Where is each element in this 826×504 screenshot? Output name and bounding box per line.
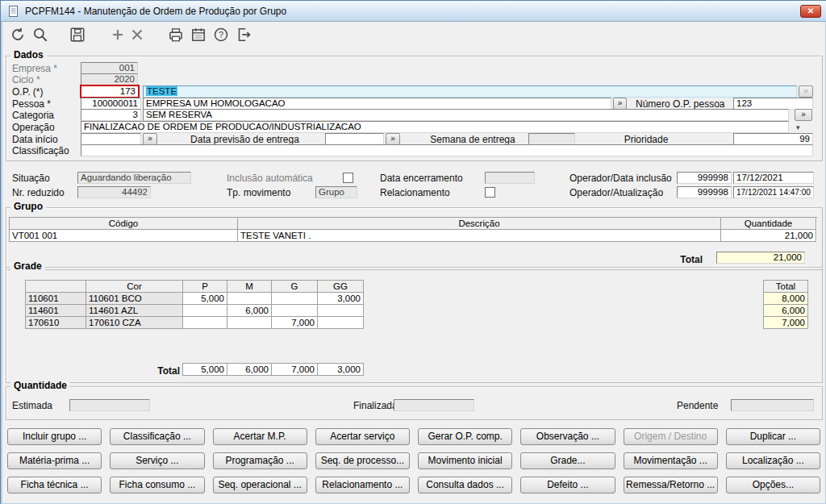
grade-cell-m[interactable]: 6,000: [227, 305, 272, 317]
grade-button[interactable]: Grade...: [520, 452, 615, 469]
materia-prima-button[interactable]: Matéria-prima ...: [7, 452, 102, 469]
movimentacao-button[interactable]: Movimentação ...: [624, 452, 718, 469]
grade-cell-gg[interactable]: [318, 317, 364, 329]
ciclo-label: Ciclo *: [12, 74, 40, 85]
situacao-field: Aguardando liberação: [77, 172, 191, 184]
grade-total-p: 5,000: [183, 364, 227, 376]
search-button[interactable]: [31, 26, 51, 45]
print-icon: [167, 26, 185, 44]
ficha-consumo-button[interactable]: Ficha consumo ...: [110, 477, 204, 494]
opcoes-button[interactable]: Opções...: [726, 477, 820, 494]
op-description-field[interactable]: TESTE: [143, 85, 797, 98]
pessoa-lookup-button[interactable]: »: [613, 98, 627, 110]
grade-cell-p[interactable]: 5,000: [183, 293, 227, 305]
grupo-row-descricao[interactable]: TESTE VANETI .: [238, 230, 721, 242]
grade-cell-m[interactable]: [227, 317, 272, 329]
grade-cell-m[interactable]: [227, 293, 272, 305]
categoria-lookup-button[interactable]: »: [795, 109, 812, 121]
grade-total-g: 7,000: [272, 364, 318, 376]
grade-cell-g[interactable]: [272, 305, 318, 317]
close-button[interactable]: ✕: [800, 5, 821, 18]
window-title: PCPFM144 - Manutenção de Ordem de Produç…: [25, 6, 286, 17]
consulta-dados-button[interactable]: Consulta dados ...: [418, 477, 512, 494]
gerar-op-comp-button[interactable]: Gerar O.P. comp.: [418, 428, 512, 445]
relacionamento-checkbox[interactable]: [485, 187, 495, 198]
grupo-row-codigo[interactable]: VT001 001: [10, 230, 238, 242]
exit-button[interactable]: [235, 26, 254, 45]
save-button[interactable]: [69, 26, 88, 45]
grupo-header-quantidade: Quantidade: [721, 218, 816, 230]
grade-cell-g[interactable]: [272, 293, 318, 305]
classificacao-button[interactable]: Classificação ...: [110, 428, 204, 445]
categoria-code-field[interactable]: 3: [81, 109, 141, 121]
help-icon: ?: [212, 26, 230, 44]
grade-row-total: 7,000: [764, 317, 808, 329]
operacao-label: Operação: [12, 122, 55, 133]
grade-row-codigo: 110601: [26, 293, 86, 305]
grade-header-gg: GG: [318, 281, 364, 293]
seq-processo-button[interactable]: Seq. de processo...: [315, 452, 410, 469]
data-previsao-lookup-button[interactable]: »: [386, 133, 400, 145]
pessoa-label: Pessoa *: [12, 98, 51, 110]
relacionamento-button[interactable]: Relacionamento ...: [315, 477, 410, 494]
print-button[interactable]: [167, 26, 186, 45]
remessa-retorno-button[interactable]: Remessa/Retorno ...: [624, 477, 718, 494]
operacao-dropdown-icon[interactable]: ▾: [796, 123, 800, 131]
operador-atualizacao-label: Operador/Atualização: [569, 187, 663, 198]
grade-header-g: G: [272, 281, 318, 293]
grade-cell-p[interactable]: [183, 317, 227, 329]
add-button[interactable]: [109, 26, 128, 45]
op-field[interactable]: 173: [80, 85, 140, 98]
seq-operacional-button[interactable]: Seq. operacional ...: [213, 477, 307, 494]
app-icon: [7, 5, 20, 18]
operacao-combo[interactable]: FINALIZACAO DE ORDEM DE PRODUCAO/INDUSTR…: [81, 121, 789, 133]
classificacao-label: Classificação: [12, 145, 69, 156]
numero-op-pessoa-field[interactable]: 123: [733, 98, 813, 110]
grupo-row[interactable]: VT001 001 TESTE VANETI . 21,000: [10, 230, 817, 242]
operador-inclusao-label: Operador/Data inclusão: [569, 173, 672, 184]
localizacao-button[interactable]: Localização ...: [726, 452, 820, 469]
grade-cell-gg[interactable]: 3,000: [318, 293, 364, 305]
operador-inclusao-code-field: 999998: [677, 172, 732, 184]
grupo-header-row: Código Descrição Quantidade: [10, 218, 817, 230]
movimento-inicial-button[interactable]: Movimento inicial: [418, 452, 512, 469]
add-icon: [109, 26, 127, 44]
ficha-tecnica-button[interactable]: Ficha técnica ...: [7, 477, 102, 494]
pessoa-name-field[interactable]: EMPRESA UM HOMOLOGACAO: [143, 98, 611, 110]
classificacao-field[interactable]: [81, 144, 813, 156]
delete-button[interactable]: [128, 26, 148, 45]
programacao-button[interactable]: Programação ...: [213, 452, 307, 469]
search-icon: [31, 26, 49, 44]
duplicar-button[interactable]: Duplicar ...: [726, 428, 820, 445]
grade-cell-g[interactable]: 7,000: [272, 317, 318, 329]
grupo-total-field: 21,000: [716, 252, 805, 264]
op-label: O.P. (*): [12, 86, 43, 98]
servico-button[interactable]: Serviço ...: [110, 452, 204, 469]
grade-cell-p[interactable]: [183, 305, 227, 317]
defeito-button[interactable]: Defeito ...: [520, 477, 615, 494]
prioridade-field[interactable]: 99: [733, 133, 813, 145]
incluir-grupo-button[interactable]: Incluir grupo ...: [7, 428, 102, 445]
data-previsao-field[interactable]: [325, 133, 384, 145]
finalizada-field: [394, 399, 474, 411]
acertar-servico-button[interactable]: Acertar serviço: [315, 428, 410, 445]
refresh-button[interactable]: [9, 26, 28, 45]
tp-movimento-label: Tp. movimento: [227, 187, 290, 198]
title-bar: PCPFM144 - Manutenção de Ordem de Produç…: [1, 1, 826, 22]
data-inicio-lookup-button[interactable]: »: [143, 133, 157, 145]
finalizada-label: Finalizada: [353, 400, 398, 411]
categoria-name-field[interactable]: SEM RESERVA: [143, 109, 789, 121]
grupo-row-quantidade[interactable]: 21,000: [721, 230, 816, 242]
inclusao-automatica-checkbox[interactable]: [343, 173, 353, 183]
empresa-label: Empresa *: [12, 63, 57, 74]
acertar-mp-button[interactable]: Acertar M.P.: [213, 428, 307, 445]
calendar-button[interactable]: [190, 26, 209, 45]
prioridade-label: Prioridade: [606, 134, 686, 145]
grade-cell-gg[interactable]: [318, 305, 364, 317]
grade-row-cor: 110601 BCO: [86, 293, 183, 305]
data-inicio-field[interactable]: [81, 133, 141, 145]
help-button[interactable]: ?: [212, 26, 232, 45]
observacao-button[interactable]: Observação ...: [520, 428, 615, 445]
grupo-table: Código Descrição Quantidade VT001 001 TE…: [9, 217, 817, 242]
pessoa-code-field[interactable]: 100000011: [81, 98, 141, 110]
